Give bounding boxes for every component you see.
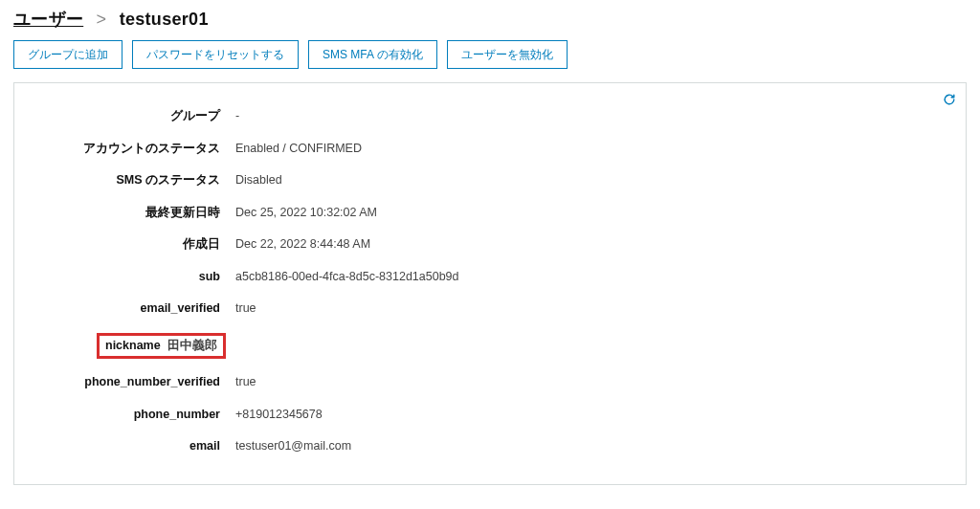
attr-label: phone_number_verified [28,366,226,399]
add-to-group-button[interactable]: グループに追加 [13,40,122,69]
attr-value: 田中義郎 [167,338,217,355]
attr-label: 最終更新日時 [28,197,226,230]
attr-row-sub: sub a5cb8186-00ed-4fca-8d5c-8312d1a50b9d [28,261,465,294]
attr-value: true [226,293,465,325]
attr-row-account-status: アカウントのステータス Enabled / CONFIRMED [28,133,465,166]
attr-value: Enabled / CONFIRMED [226,133,465,166]
attr-value: true [226,366,465,399]
attr-row-updated-at: 最終更新日時 Dec 25, 2022 10:32:02 AM [28,197,465,230]
attr-label: nickname [105,338,158,355]
attr-value-cell-empty [226,325,465,367]
attribute-list: グループ - アカウントのステータス Enabled / CONFIRMED S… [28,100,465,463]
attr-label: 作成日 [28,229,226,261]
attr-row-nickname: nickname 田中義郎 [28,325,465,367]
user-detail-card: グループ - アカウントのステータス Enabled / CONFIRMED S… [13,82,967,485]
breadcrumb-root-link[interactable]: ユーザー [13,10,83,29]
action-bar: グループに追加 パスワードをリセットする SMS MFA の有効化 ユーザーを無… [0,40,980,82]
attr-row-group: グループ - [28,100,465,133]
attr-row-sms-status: SMS のステータス Disabled [28,165,465,197]
attr-row-phone-number-verified: phone_number_verified true [28,366,465,399]
attr-label: email_verified [28,293,226,325]
attr-value: +819012345678 [226,399,465,432]
attr-label: email [28,431,226,463]
breadcrumb-separator: > [97,10,107,29]
attr-row-email: email testuser01@mail.com [28,431,465,463]
attr-label-cell: nickname 田中義郎 [28,325,226,367]
attr-label: グループ [28,100,226,133]
reset-password-button[interactable]: パスワードをリセットする [132,40,299,69]
breadcrumb: ユーザー > testuser01 [0,0,980,40]
refresh-icon[interactable] [943,93,956,106]
attr-row-created-at: 作成日 Dec 22, 2022 8:44:48 AM [28,229,465,261]
breadcrumb-current: testuser01 [120,10,209,29]
attr-value: Dec 22, 2022 8:44:48 AM [226,229,465,261]
attr-value: a5cb8186-00ed-4fca-8d5c-8312d1a50b9d [226,261,465,294]
enable-sms-mfa-button[interactable]: SMS MFA の有効化 [308,40,437,69]
attr-label: phone_number [28,399,226,432]
attr-row-phone-number: phone_number +819012345678 [28,399,465,432]
attr-value: - [226,100,465,133]
disable-user-button[interactable]: ユーザーを無効化 [447,40,568,69]
attr-value: Disabled [226,165,465,197]
attr-label: アカウントのステータス [28,133,226,166]
attr-value: Dec 25, 2022 10:32:02 AM [226,197,465,230]
attr-label: sub [28,261,226,294]
highlight-box: nickname 田中義郎 [97,333,226,360]
attr-label: SMS のステータス [28,165,226,197]
attr-row-email-verified: email_verified true [28,293,465,325]
attr-value: testuser01@mail.com [226,431,465,463]
